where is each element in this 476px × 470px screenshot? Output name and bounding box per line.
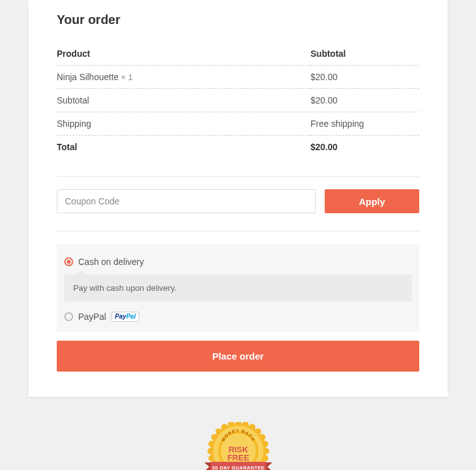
- radio-selected-icon[interactable]: [64, 257, 73, 266]
- shipping-value: Free shipping: [311, 112, 420, 136]
- tooltip-arrow-icon: [76, 270, 86, 275]
- shipping-row: Shipping Free shipping: [57, 112, 419, 136]
- subtotal-value: $20.00: [311, 89, 420, 112]
- payment-option-paypal[interactable]: PayPal PayPal: [64, 310, 412, 323]
- coupon-row: Apply: [57, 189, 419, 213]
- svg-text:FREE: FREE: [227, 453, 249, 462]
- order-title: Your order: [57, 13, 419, 27]
- payment-description: Pay with cash upon delivery.: [64, 274, 412, 302]
- place-order-button[interactable]: Place order: [57, 341, 419, 372]
- subtotal-row: Subtotal $20.00: [57, 89, 419, 112]
- order-table: Product Subtotal Ninja Silhouette × 1 $2…: [57, 42, 419, 158]
- divider: [57, 231, 419, 232]
- shipping-label: Shipping: [57, 112, 311, 136]
- divider: [57, 176, 419, 177]
- paypal-logo-icon: PayPal: [111, 312, 139, 322]
- subtotal-label: Subtotal: [57, 89, 311, 112]
- guarantee-section: MONEY BACK RISK FREE 30 DAY GUARANTEE 30…: [0, 422, 476, 470]
- subtotal-header: Subtotal: [311, 42, 420, 66]
- coupon-input[interactable]: [57, 189, 316, 213]
- order-summary-card: Your order Product Subtotal Ninja Silhou…: [28, 0, 448, 397]
- total-row: Total $20.00: [57, 136, 419, 159]
- total-value: $20.00: [311, 136, 420, 159]
- product-header: Product: [57, 42, 311, 66]
- payment-methods: Cash on delivery Pay with cash upon deli…: [57, 244, 419, 332]
- radio-unselected-icon[interactable]: [64, 312, 73, 321]
- payment-option-label: PayPal: [78, 312, 106, 322]
- payment-description-box: Pay with cash upon delivery.: [64, 274, 412, 302]
- apply-coupon-button[interactable]: Apply: [325, 189, 419, 213]
- svg-text:30 DAY GUARANTEE: 30 DAY GUARANTEE: [212, 465, 264, 471]
- product-subtotal: $20.00: [311, 66, 420, 89]
- guarantee-badge-icon: MONEY BACK RISK FREE 30 DAY GUARANTEE: [200, 422, 276, 470]
- payment-option-cod[interactable]: Cash on delivery: [64, 256, 412, 268]
- product-cell: Ninja Silhouette × 1: [57, 66, 311, 89]
- total-label: Total: [57, 136, 311, 159]
- payment-option-label: Cash on delivery: [78, 257, 144, 267]
- table-row: Ninja Silhouette × 1 $20.00: [57, 66, 419, 89]
- product-name: Ninja Silhouette: [57, 72, 119, 82]
- product-qty: × 1: [121, 73, 132, 82]
